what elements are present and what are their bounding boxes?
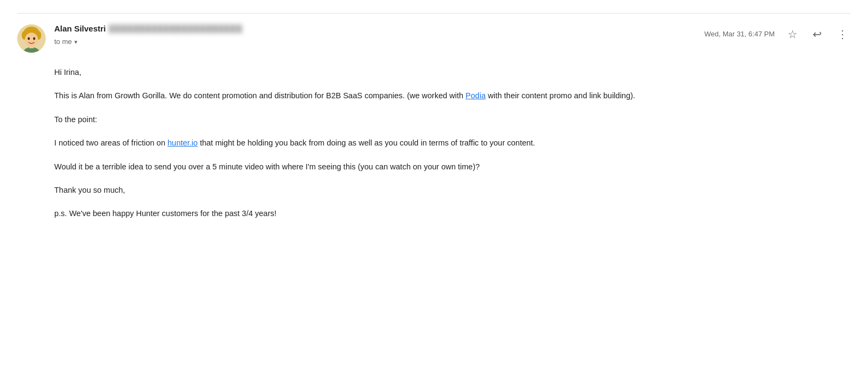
avatar-svg <box>17 24 46 53</box>
intro-text-end: with their content promo and link buildi… <box>486 91 635 100</box>
sender-email-blur: ██████████████████████ <box>109 23 243 35</box>
to-the-point-text: To the point: <box>54 115 97 124</box>
greeting-text: Hi Irina, <box>54 68 81 77</box>
friction-text-end: that might be holding you back from doin… <box>197 138 535 147</box>
hunterio-link[interactable]: hunter.io <box>168 138 198 147</box>
svg-point-5 <box>28 37 30 40</box>
intro-paragraph: This is Alan from Growth Gorilla. We do … <box>54 89 851 103</box>
avatar <box>17 24 46 53</box>
svg-rect-8 <box>29 45 34 48</box>
greeting-paragraph: Hi Irina, <box>54 66 851 79</box>
sender-name: Alan Silvestri <box>54 22 106 35</box>
svg-point-4 <box>25 33 38 47</box>
sender-info: Alan Silvestri ██████████████████████ to… <box>54 22 243 48</box>
ps-text: p.s. We've been happy Hunter customers f… <box>54 209 277 218</box>
friction-paragraph: I noticed two areas of friction on hunte… <box>54 136 851 150</box>
reply-button[interactable]: ↩ <box>810 26 824 43</box>
intro-text-start: This is Alan from Growth Gorilla. We do … <box>54 91 465 100</box>
email-body: Hi Irina, This is Alan from Growth Goril… <box>17 66 851 221</box>
email-date: Wed, Mar 31, 6:47 PM <box>704 29 775 40</box>
header-right: Wed, Mar 31, 6:47 PM ☆ ↩ ⋮ <box>704 22 851 43</box>
email-container: Alan Silvestri ██████████████████████ to… <box>0 0 868 392</box>
video-paragraph: Would it be a terrible idea to send you … <box>54 160 851 174</box>
to-the-point-paragraph: To the point: <box>54 113 851 127</box>
svg-point-6 <box>33 37 35 40</box>
email-header: Alan Silvestri ██████████████████████ to… <box>17 22 851 53</box>
ps-paragraph: p.s. We've been happy Hunter customers f… <box>54 207 851 220</box>
podia-link[interactable]: Podia <box>465 91 486 100</box>
video-text: Would it be a terrible idea to send you … <box>54 162 480 171</box>
top-divider <box>17 13 851 14</box>
chevron-down-icon: ▾ <box>74 37 78 47</box>
star-button[interactable]: ☆ <box>786 26 800 43</box>
friction-text-start: I noticed two areas of friction on <box>54 138 168 147</box>
thanks-text: Thank you so much, <box>54 186 125 194</box>
to-me-row[interactable]: to me ▾ <box>54 36 243 48</box>
header-left: Alan Silvestri ██████████████████████ to… <box>17 22 243 53</box>
to-me-label: to me <box>54 36 72 48</box>
thanks-paragraph: Thank you so much, <box>54 184 851 197</box>
more-options-button[interactable]: ⋮ <box>835 26 851 43</box>
sender-name-row: Alan Silvestri ██████████████████████ <box>54 22 243 35</box>
